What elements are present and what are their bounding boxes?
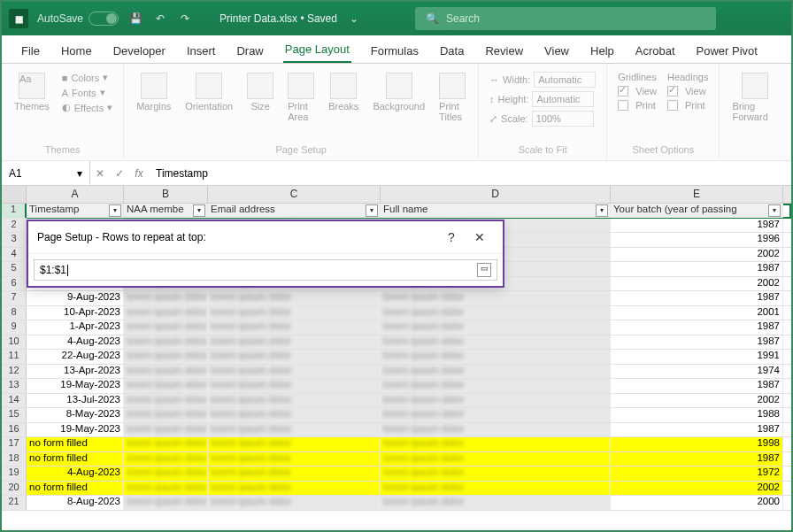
table-row[interactable]: 17no form filledlorem ipsum dolorlorem i… [2, 437, 791, 452]
column-filter-header[interactable]: Your batch (year of passing▾ [611, 204, 783, 218]
gridlines-view[interactable]: View [616, 85, 658, 97]
cell[interactable]: 19-May-2023 [27, 423, 124, 437]
cell-redacted[interactable]: lorem ipsum dolor [124, 482, 208, 496]
cell[interactable]: 19-May-2023 [27, 379, 124, 393]
cell[interactable]: no form filled [27, 452, 124, 466]
cell[interactable]: 4-Aug-2023 [27, 335, 124, 350]
cell[interactable]: 4-Aug-2023 [27, 466, 124, 481]
cell-redacted[interactable]: lorem ipsum dolor [124, 350, 208, 364]
cell-redacted[interactable]: lorem ipsum dolor [208, 350, 381, 364]
cell-redacted[interactable]: lorem ipsum dolor [381, 335, 611, 350]
headings-print[interactable]: Print [666, 99, 710, 112]
cell[interactable]: 2001 [611, 306, 783, 320]
column-filter-header[interactable]: Email address▾ [208, 204, 381, 218]
autosave-toggle[interactable]: AutoSave [37, 12, 119, 26]
cell-redacted[interactable]: lorem ipsum dolor [208, 320, 381, 335]
cell[interactable]: 1987 [611, 320, 783, 335]
cell-redacted[interactable]: lorem ipsum dolor [381, 394, 611, 408]
row-header[interactable]: 19 [2, 466, 27, 481]
col-header[interactable]: C [208, 186, 381, 203]
cell-redacted[interactable]: lorem ipsum dolor [208, 496, 381, 510]
cell[interactable]: no form filled [27, 437, 124, 451]
cell[interactable]: 22-Aug-2023 [27, 350, 124, 364]
row-header[interactable]: 5 [2, 262, 27, 276]
row-header[interactable]: 8 [2, 306, 27, 320]
cell[interactable]: 1987 [611, 262, 783, 276]
cell-redacted[interactable]: lorem ipsum dolor [124, 452, 208, 466]
tab-insert[interactable]: Insert [185, 39, 218, 63]
tab-home[interactable]: Home [59, 39, 94, 63]
chevron-down-icon[interactable]: ⌄ [346, 11, 362, 27]
cell-redacted[interactable]: lorem ipsum dolor [381, 482, 611, 496]
row-header[interactable]: 21 [2, 496, 27, 510]
cell-redacted[interactable]: lorem ipsum dolor [124, 437, 208, 451]
cell-redacted[interactable]: lorem ipsum dolor [381, 496, 611, 510]
tab-formulas[interactable]: Formulas [369, 39, 420, 63]
cell-redacted[interactable]: lorem ipsum dolor [124, 379, 208, 393]
cell-redacted[interactable]: lorem ipsum dolor [208, 452, 381, 466]
breaks-button[interactable]: Breaks [325, 71, 362, 113]
cell-redacted[interactable]: lorem ipsum dolor [381, 452, 611, 466]
margins-button[interactable]: Margins [133, 71, 174, 113]
tab-help[interactable]: Help [589, 39, 616, 63]
cell-redacted[interactable]: lorem ipsum dolor [124, 394, 208, 408]
tab-acrobat[interactable]: Acrobat [634, 39, 677, 63]
cell[interactable]: 2002 [611, 277, 783, 291]
cell[interactable]: 1991 [611, 350, 783, 364]
cell-redacted[interactable]: lorem ipsum dolor [381, 423, 611, 437]
col-header[interactable]: B [124, 186, 208, 203]
cell-redacted[interactable]: lorem ipsum dolor [381, 437, 611, 451]
table-row[interactable]: 104-Aug-2023lorem ipsum dolorlorem ipsum… [2, 335, 791, 351]
cell[interactable]: no form filled [27, 482, 124, 496]
cell[interactable]: 13-Apr-2023 [27, 365, 124, 379]
cell[interactable]: 8-Aug-2023 [27, 496, 124, 510]
fonts-button[interactable]: A Fonts ▾ [60, 86, 114, 99]
cell-redacted[interactable]: lorem ipsum dolor [381, 365, 611, 379]
tab-developer[interactable]: Developer [112, 39, 167, 63]
col-header[interactable]: D [381, 186, 611, 203]
cell-redacted[interactable]: lorem ipsum dolor [124, 335, 208, 350]
tab-draw[interactable]: Draw [235, 39, 265, 63]
themes-button[interactable]: AaThemes [11, 71, 53, 113]
cell-redacted[interactable]: lorem ipsum dolor [381, 291, 611, 305]
cell-redacted[interactable]: lorem ipsum dolor [124, 365, 208, 379]
tab-page-layout[interactable]: Page Layout [283, 37, 351, 63]
table-row[interactable]: 1319-May-2023lorem ipsum dolorlorem ipsu… [2, 379, 791, 394]
cell-redacted[interactable]: lorem ipsum dolor [124, 423, 208, 437]
table-row[interactable]: 18no form filledlorem ipsum dolorlorem i… [2, 452, 791, 467]
cell[interactable]: 1987 [611, 379, 783, 393]
cell-redacted[interactable]: lorem ipsum dolor [124, 306, 208, 320]
cell[interactable]: 1987 [611, 452, 783, 466]
worksheet-grid[interactable]: A B C D E Page Setup - Rows to repeat at… [2, 186, 791, 511]
tab-review[interactable]: Review [483, 39, 525, 63]
cell[interactable]: 10-Apr-2023 [27, 306, 124, 320]
table-row[interactable]: 810-Apr-2023lorem ipsum dolorlorem ipsum… [2, 306, 791, 321]
cell-redacted[interactable]: lorem ipsum dolor [208, 482, 381, 496]
row-header[interactable]: 11 [2, 350, 27, 364]
cell[interactable]: 13-Jul-2023 [27, 394, 124, 408]
cell[interactable]: 1998 [611, 437, 783, 451]
help-button[interactable]: ? [437, 227, 466, 248]
row-header[interactable]: 3 [2, 233, 27, 247]
cell-redacted[interactable]: lorem ipsum dolor [124, 496, 208, 510]
search-input[interactable]: 🔍 Search [415, 7, 716, 30]
cell[interactable]: 2002 [611, 248, 783, 262]
print-titles-button[interactable]: Print Titles [435, 71, 469, 124]
close-button[interactable]: ✕ [466, 227, 494, 248]
fx-icon[interactable]: fx [129, 167, 149, 180]
table-row[interactable]: 1213-Apr-2023lorem ipsum dolorlorem ipsu… [2, 365, 791, 380]
filter-arrow-icon[interactable]: ▾ [109, 204, 121, 217]
table-row[interactable]: 1619-May-2023lorem ipsum dolorlorem ipsu… [2, 423, 791, 438]
filter-arrow-icon[interactable]: ▾ [366, 204, 378, 217]
cell-redacted[interactable]: lorem ipsum dolor [381, 408, 611, 422]
filter-arrow-icon[interactable]: ▾ [193, 204, 205, 217]
undo-icon[interactable]: ↶ [152, 11, 168, 27]
cell-redacted[interactable]: lorem ipsum dolor [381, 306, 611, 320]
filter-arrow-icon[interactable]: ▾ [768, 204, 781, 217]
cell[interactable]: 2002 [611, 482, 783, 496]
row-header[interactable]: 16 [2, 423, 27, 437]
tab-data[interactable]: Data [438, 39, 466, 63]
row-header[interactable]: 14 [2, 394, 27, 408]
collapse-dialog-icon[interactable]: ▭ [477, 263, 491, 277]
cell[interactable]: 1996 [611, 233, 783, 247]
